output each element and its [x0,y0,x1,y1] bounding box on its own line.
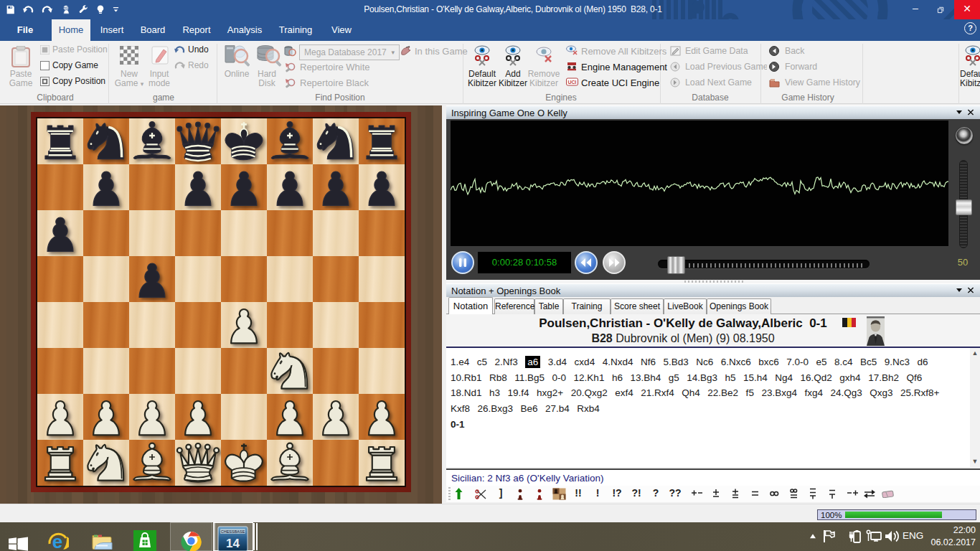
svg-text:14: 14 [226,537,240,550]
svg-text:CHESSBASE: CHESSBASE [221,529,245,534]
svg-text:UCI: UCI [567,80,576,85]
